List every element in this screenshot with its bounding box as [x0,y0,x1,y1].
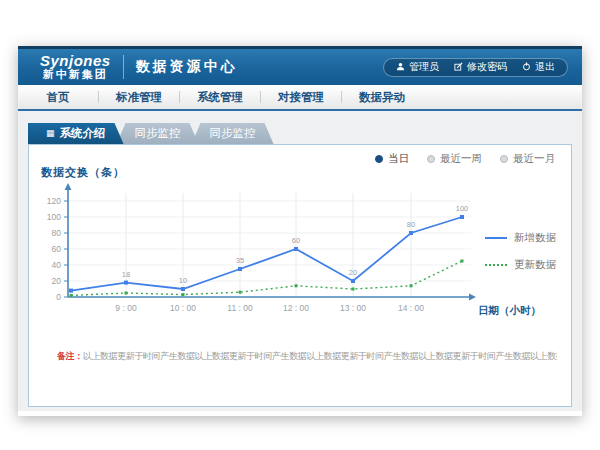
chart-panel: 当日 最近一周 最近一月 数据交换（条） 0204060801001209 : … [28,144,572,407]
power-icon [522,62,531,73]
radio-dot [500,155,508,163]
svg-text:120: 120 [47,196,61,206]
radio-last-month[interactable]: 最近一月 [500,152,555,166]
header-divider [123,55,124,79]
radio-today[interactable]: 当日 [375,152,409,166]
legend-item-updated-data: 更新数据 [485,258,556,272]
radio-dot [375,155,383,163]
svg-text:18: 18 [122,270,130,279]
range-filter: 当日 最近一周 最近一月 [375,152,555,166]
user-menu-button[interactable]: 管理员 [396,60,439,74]
legend-item-new-data: 新增数据 [485,231,556,245]
svg-text:10: 10 [179,276,187,285]
main-nav: 首页 标准管理 系统管理 对接管理 数据异动 [18,85,582,111]
legend-label: 更新数据 [514,258,556,272]
svg-text:日期（小时）: 日期（小时） [478,304,541,317]
nav-item-standard-mgmt[interactable]: 标准管理 [99,90,179,105]
logout-label: 退出 [535,60,555,74]
legend-label: 新增数据 [514,231,556,245]
radio-label: 最近一月 [513,152,555,166]
svg-text:14 : 00: 14 : 00 [398,303,424,313]
edit-icon [454,62,463,73]
tab-label: 同步监控 [210,123,256,144]
radio-label: 当日 [388,152,409,166]
footnote-text: 以上数据更新于时间产生数据以上数据更新于时间产生数据以上数据更新于时间产生数据以… [83,351,557,361]
user-icon [396,62,405,73]
logo-subtext: 新中新集团 [40,69,111,81]
svg-text:10 : 00: 10 : 00 [170,303,196,313]
svg-text:13 : 00: 13 : 00 [340,303,366,313]
logo-text: Synjones [40,53,111,69]
nav-item-home[interactable]: 首页 [18,90,98,105]
legend-line-sample [485,237,507,239]
footnote: 备注：以上数据更新于时间产生数据以上数据更新于时间产生数据以上数据更新于时间产生… [57,350,557,363]
logout-button[interactable]: 退出 [522,60,555,74]
svg-text:9 : 00: 9 : 00 [115,303,137,313]
svg-text:0: 0 [56,292,61,302]
svg-text:80: 80 [52,228,62,238]
content-area: ▦ 系统介绍 同步监控 同步监控 当日 最近一周 [18,111,582,411]
tab-bar: ▦ 系统介绍 同步监控 同步监控 [28,123,274,144]
user-label: 管理员 [409,60,439,74]
app-header: Synjones 新中新集团 数据资源中心 管理员 修改密码 退出 [18,46,582,85]
nav-item-interface-mgmt[interactable]: 对接管理 [261,90,341,105]
app-window: Synjones 新中新集团 数据资源中心 管理员 修改密码 退出 首页 标准管… [18,46,582,416]
svg-text:35: 35 [236,256,244,265]
grid-icon: ▦ [46,129,55,138]
legend-line-sample [485,264,507,266]
svg-text:20: 20 [349,268,357,277]
radio-dot [427,155,435,163]
change-password-button[interactable]: 修改密码 [454,60,507,74]
chart-legend: 新增数据 更新数据 [485,231,556,285]
svg-text:60: 60 [292,236,300,245]
tab-sync-monitor-1[interactable]: 同步监控 [117,123,199,144]
tab-label: 同步监控 [135,123,181,144]
svg-text:100: 100 [456,204,469,213]
change-password-label: 修改密码 [467,60,507,74]
tab-label: 系统介绍 [60,123,106,144]
tab-sync-monitor-2[interactable]: 同步监控 [192,123,274,144]
logo: Synjones 新中新集团 [40,53,111,80]
footnote-label: 备注： [57,351,83,361]
user-toolbar: 管理员 修改密码 退出 [383,58,568,77]
svg-text:20: 20 [52,276,62,286]
svg-text:11 : 00: 11 : 00 [227,303,253,313]
svg-text:40: 40 [52,260,62,270]
nav-item-data-change[interactable]: 数据异动 [342,90,422,105]
app-title: 数据资源中心 [136,58,238,76]
svg-text:100: 100 [47,212,61,222]
y-axis-title: 数据交换（条） [41,165,125,180]
svg-text:80: 80 [407,220,415,229]
svg-text:60: 60 [52,244,62,254]
tab-system-intro[interactable]: ▦ 系统介绍 [28,123,124,144]
svg-text:12 : 00: 12 : 00 [283,303,309,313]
radio-label: 最近一周 [440,152,482,166]
nav-item-system-mgmt[interactable]: 系统管理 [180,90,260,105]
radio-last-week[interactable]: 最近一周 [427,152,482,166]
